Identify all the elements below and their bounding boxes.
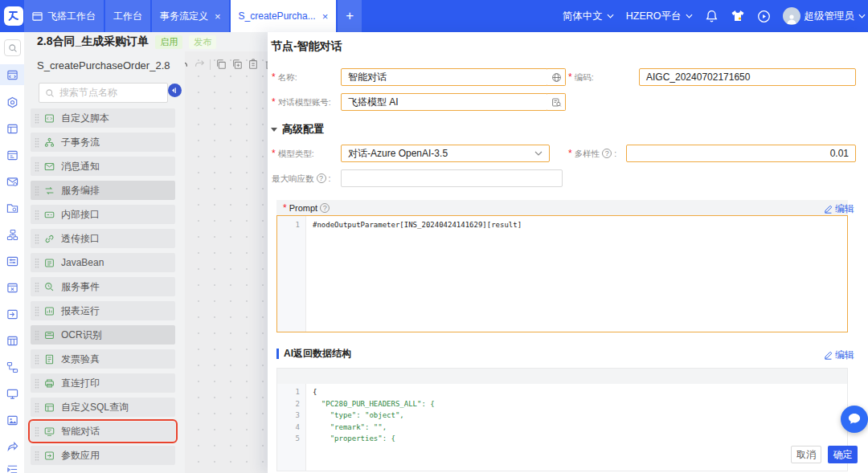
rail-item-page-design[interactable] bbox=[0, 118, 24, 139]
notification-bell-icon[interactable] bbox=[705, 10, 719, 23]
cancel-button[interactable]: 取消 bbox=[791, 446, 821, 463]
help-icon[interactable]: ? bbox=[602, 149, 612, 158]
palette-item-label: 直连打印 bbox=[61, 377, 100, 390]
app-logo[interactable] bbox=[4, 6, 23, 26]
palette-item-param-apply[interactable]: 参数应用 bbox=[31, 446, 175, 465]
palette-item-service-orchestration[interactable]: 服务编排 bbox=[31, 181, 175, 200]
palette-item-direct-print[interactable]: 直连打印 bbox=[31, 373, 175, 393]
tab-flow-definition[interactable]: 事务流定义 × bbox=[152, 0, 229, 32]
palette-item-service-event[interactable]: 服务事件 bbox=[31, 277, 175, 296]
advanced-config-section[interactable]: 高级配置 bbox=[271, 122, 324, 137]
node-palette: S_createPurchaseOrder_2.8 搜索节点名称 自定义脚本 子… bbox=[24, 51, 185, 473]
rail-item-menu-config[interactable] bbox=[0, 459, 24, 473]
rail-item-message-config[interactable] bbox=[0, 171, 24, 192]
palette-item-ocr[interactable]: OCR识别 bbox=[31, 325, 175, 345]
label-text: 名称 bbox=[278, 68, 295, 86]
palette-item-javabean[interactable]: JavaBean bbox=[31, 253, 175, 272]
ai-schema-editor[interactable]: 12345 { "PC280_PUR_HEADERS_ALL": { "type… bbox=[276, 368, 848, 471]
help-mark: ? bbox=[319, 169, 323, 187]
model-type-value: 对话-Azure OpenAI-3.5 bbox=[348, 147, 448, 161]
confirm-button[interactable]: 确定 bbox=[828, 446, 858, 463]
tab-workbench[interactable]: 工作台 bbox=[105, 0, 150, 32]
node-search-input[interactable]: 搜索节点名称 bbox=[39, 83, 168, 103]
palette-item-report-run[interactable]: 报表运行 bbox=[31, 301, 175, 320]
palette-item-invoice-verify[interactable]: 发票验真 bbox=[31, 349, 175, 369]
orchestration-icon bbox=[44, 186, 55, 196]
prompt-edit-link[interactable]: 编辑 bbox=[824, 202, 854, 216]
name-multilang-button[interactable] bbox=[547, 68, 566, 86]
palette-item-label: JavaBean bbox=[61, 257, 104, 268]
collapse-palette-button[interactable] bbox=[168, 84, 182, 97]
sliders-icon bbox=[6, 255, 18, 267]
palette-item-internal-api[interactable]: 内部接口 bbox=[31, 205, 175, 224]
help-icon[interactable]: ? bbox=[317, 173, 326, 183]
palette-item-label: OCR识别 bbox=[61, 328, 102, 342]
diversity-value: 0.01 bbox=[830, 148, 849, 159]
new-tab-button[interactable]: + bbox=[338, 0, 362, 32]
help-icon[interactable]: ? bbox=[320, 203, 330, 213]
tab-close-icon[interactable]: × bbox=[322, 10, 329, 22]
palette-item-subflow[interactable]: 子事务流 bbox=[31, 133, 175, 152]
user-menu[interactable]: 超级管理员 bbox=[783, 7, 866, 25]
line-number: 1 bbox=[279, 219, 300, 231]
rail-item-file-config[interactable] bbox=[0, 198, 24, 218]
rail-item-flow-design[interactable] bbox=[0, 224, 24, 245]
ocr-icon bbox=[44, 330, 55, 340]
tenant-switcher[interactable]: HZERO平台 bbox=[626, 10, 693, 23]
palette-item-custom-script[interactable]: 自定义脚本 bbox=[31, 108, 175, 128]
max-response-input[interactable] bbox=[341, 169, 563, 187]
rail-item-rule-config[interactable] bbox=[0, 251, 24, 271]
rail-item-window-close[interactable] bbox=[0, 277, 24, 298]
diversity-input[interactable]: 0.01 bbox=[626, 145, 856, 162]
palette-item-passthrough-api[interactable]: 透传接口 bbox=[31, 229, 175, 248]
account-lookup-button[interactable] bbox=[547, 93, 566, 111]
prompt-label: Prompt bbox=[289, 203, 317, 213]
palette-item-custom-sql[interactable]: 自定义SQL查询 bbox=[31, 398, 175, 417]
account-input[interactable]: 飞搭模型 AI bbox=[341, 93, 548, 111]
window-grid-icon bbox=[6, 123, 18, 135]
status-badge-published: 发布 bbox=[189, 35, 216, 49]
palette-item-label: 发票验真 bbox=[61, 353, 100, 366]
rail-item-share[interactable] bbox=[0, 436, 24, 457]
toolbar-divider bbox=[210, 59, 211, 70]
rail-item-api-hub[interactable] bbox=[0, 92, 24, 112]
account-value: 飞搭模型 AI bbox=[348, 96, 399, 109]
ai-schema-edit-link[interactable]: 编辑 bbox=[824, 349, 854, 362]
table-columns-icon bbox=[6, 335, 18, 347]
rail-item-template[interactable] bbox=[0, 145, 24, 165]
rail-item-workbench[interactable] bbox=[0, 64, 24, 85]
tab-close-icon[interactable]: × bbox=[215, 10, 221, 22]
chat-assistant-fab[interactable] bbox=[841, 406, 868, 433]
invoice-icon bbox=[44, 354, 55, 365]
theme-skin-icon[interactable] bbox=[731, 10, 745, 22]
rail-item-import[interactable] bbox=[0, 304, 24, 324]
copy-add-button[interactable] bbox=[231, 59, 243, 70]
prompt-editor[interactable]: 1 #nodeOutputParameter[INS_2024042414162… bbox=[276, 215, 848, 332]
report-icon bbox=[44, 306, 55, 316]
palette-item-ai-chat[interactable]: 智能对话 bbox=[31, 422, 175, 441]
code-input[interactable]: AIGC_20240702171650 bbox=[639, 68, 856, 86]
lookup-icon bbox=[551, 97, 562, 108]
rail-item-monitor[interactable] bbox=[0, 383, 24, 404]
tab-create-purchase-order[interactable]: S_createPurcha... × bbox=[231, 0, 337, 32]
tab-feida-workbench[interactable]: 飞搭工作台 bbox=[24, 0, 104, 32]
rail-item-table-manage[interactable] bbox=[0, 330, 24, 351]
name-input[interactable]: 智能对话 bbox=[341, 68, 548, 86]
prompt-code: #nodeOutputParameter[INS_20240424141629]… bbox=[313, 219, 522, 231]
copy-button[interactable] bbox=[215, 59, 227, 70]
drag-handle-icon bbox=[35, 402, 39, 413]
rail-item-gallery[interactable] bbox=[0, 410, 24, 430]
palette-item-label: 服务编排 bbox=[61, 184, 100, 198]
drag-handle-icon bbox=[35, 113, 39, 124]
rail-search-button[interactable] bbox=[4, 39, 21, 56]
paste-button[interactable] bbox=[248, 59, 259, 70]
tour-play-icon[interactable] bbox=[757, 10, 771, 23]
language-switcher[interactable]: 简体中文 bbox=[563, 10, 614, 23]
rail-item-orchestration[interactable] bbox=[0, 357, 24, 377]
palette-item-message-notify[interactable]: 消息通知 bbox=[31, 157, 175, 176]
model-type-label: *模型类型: bbox=[272, 145, 314, 162]
language-label: 简体中文 bbox=[563, 10, 603, 23]
model-type-select[interactable]: 对话-Azure OpenAI-3.5 bbox=[341, 145, 550, 162]
redo-button[interactable] bbox=[194, 59, 205, 70]
palette-item-label: 自定义脚本 bbox=[61, 112, 109, 125]
